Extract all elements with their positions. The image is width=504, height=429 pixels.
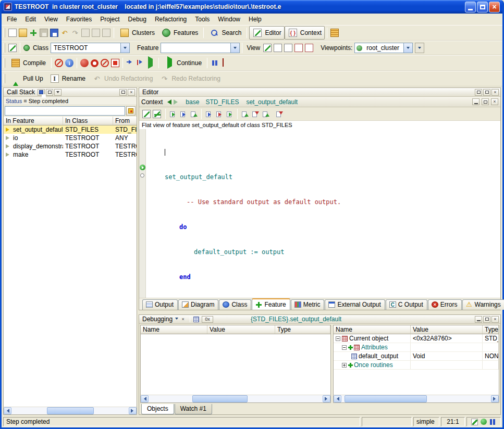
scroll-left-button[interactable] xyxy=(334,395,341,402)
melt-icon[interactable] xyxy=(55,59,63,67)
features-button[interactable]: Features xyxy=(158,26,201,40)
tab-feature[interactable]: Feature xyxy=(252,298,290,310)
search-button[interactable]: Search xyxy=(206,26,244,40)
close-panel-button[interactable]: × xyxy=(491,316,499,323)
context-toggle-button[interactable]: { } Context xyxy=(285,26,325,40)
minimize-panel-button[interactable] xyxy=(475,316,482,323)
hex-format-button[interactable]: 0x xyxy=(202,316,213,323)
add-icon[interactable] xyxy=(29,29,38,37)
flat-contract-view-icon[interactable] xyxy=(190,110,198,118)
callers-icon[interactable] xyxy=(205,110,213,118)
menu-tools[interactable]: Tools xyxy=(191,14,214,24)
flat-contract-view-icon[interactable] xyxy=(305,44,313,52)
editor-toggle-button[interactable]: Editor xyxy=(249,26,284,40)
continue-button[interactable]: Continue xyxy=(161,56,205,70)
restore-panel-button[interactable] xyxy=(475,89,482,96)
contract-view-icon[interactable] xyxy=(179,110,188,118)
close-debug-button[interactable]: × xyxy=(179,316,187,323)
column-name[interactable]: Name xyxy=(141,325,207,334)
exception-object-button[interactable] xyxy=(126,106,136,116)
scroll-track[interactable] xyxy=(341,395,491,402)
tab-objects[interactable]: Objects xyxy=(141,404,174,414)
column-value[interactable]: Value xyxy=(207,325,275,334)
watch-hscrollbar[interactable] xyxy=(141,395,330,402)
swap-display-button[interactable] xyxy=(193,316,201,323)
column-in-feature[interactable]: In Feature xyxy=(4,117,63,125)
stack-row[interactable]: set_output_default STD_FILES STD_FILES xyxy=(4,125,137,134)
menu-edit[interactable]: Edit xyxy=(21,14,40,24)
scroll-track[interactable] xyxy=(11,407,129,414)
feature-combo[interactable] xyxy=(161,43,240,53)
callees-icon[interactable] xyxy=(215,110,224,118)
dock-panel-button[interactable] xyxy=(54,89,62,96)
metrics-tool-icon[interactable] xyxy=(330,29,339,37)
float-panel-button[interactable] xyxy=(46,89,53,96)
scroll-right-button[interactable] xyxy=(491,395,499,402)
feature-combo-arrow[interactable] xyxy=(230,43,239,53)
object-row[interactable]: Once routines xyxy=(334,361,499,370)
project-info-icon[interactable]: i xyxy=(65,59,73,67)
minimize-button[interactable] xyxy=(465,2,476,12)
breakpoint-tool-icon[interactable] xyxy=(111,59,119,67)
tab-metric[interactable]: Metric xyxy=(291,299,325,310)
column-type[interactable]: Type xyxy=(483,325,499,334)
horizontal-splitter[interactable] xyxy=(139,310,501,314)
paste-icon[interactable] xyxy=(102,29,110,37)
edit-feature-icon[interactable] xyxy=(142,110,151,118)
maximize-button[interactable] xyxy=(477,2,488,12)
homonyms-icon[interactable] xyxy=(275,110,284,118)
maximize-panel-button[interactable] xyxy=(483,89,490,96)
stop-icon[interactable] xyxy=(221,59,229,67)
redo-icon[interactable]: ↷ xyxy=(71,29,79,37)
ancestor-versions-icon[interactable] xyxy=(241,110,249,118)
class-combo-arrow[interactable] xyxy=(120,43,129,53)
save-stack-button[interactable] xyxy=(38,89,45,96)
maximize-panel-button[interactable] xyxy=(119,89,127,96)
stack-row[interactable]: io TESTROOT ANY xyxy=(4,134,137,142)
watch-table-body[interactable] xyxy=(141,334,330,395)
column-type[interactable]: Type xyxy=(275,325,330,334)
close-button[interactable]: × xyxy=(489,2,500,12)
step-over-icon[interactable] xyxy=(126,59,134,67)
viewpoints-combo[interactable]: root_cluster xyxy=(354,43,413,53)
save-all-icon[interactable] xyxy=(50,29,58,37)
expand-icon[interactable] xyxy=(342,363,347,368)
open-file-icon[interactable] xyxy=(19,29,27,37)
call-stack-hscrollbar[interactable] xyxy=(4,407,137,414)
scroll-left-button[interactable] xyxy=(4,407,11,414)
flat-view-icon[interactable] xyxy=(274,44,282,52)
menu-view[interactable]: View xyxy=(40,14,62,24)
execution-point-icon[interactable] xyxy=(140,165,145,170)
edit-status-icon[interactable] xyxy=(471,419,478,425)
scroll-thumb[interactable] xyxy=(47,407,94,414)
scroll-thumb[interactable] xyxy=(345,395,427,402)
toolbar-grip[interactable] xyxy=(4,74,5,83)
breakpoint-gutter[interactable] xyxy=(139,129,146,298)
remove-breakpoints-icon[interactable] xyxy=(101,59,109,67)
scroll-right-button[interactable] xyxy=(323,395,330,402)
tab-diagram[interactable]: Diagram xyxy=(178,299,218,310)
toolbar-grip[interactable] xyxy=(4,43,5,53)
menu-debug[interactable]: Debug xyxy=(124,14,151,24)
tab-warnings[interactable]: ⚠Warnings xyxy=(462,299,504,310)
pause-icon[interactable] xyxy=(211,59,219,67)
viewpoint-extra-combo[interactable] xyxy=(415,43,424,53)
clusters-button[interactable]: Clusters xyxy=(116,26,158,40)
edit-in-new-window-icon[interactable] xyxy=(153,110,161,118)
save-icon[interactable] xyxy=(40,29,48,37)
chevron-down-icon[interactable] xyxy=(175,318,178,321)
menu-favorites[interactable]: Favorites xyxy=(62,14,96,24)
stack-row[interactable]: make TESTROOT TESTROOT xyxy=(4,150,137,159)
tab-output[interactable]: Output xyxy=(142,299,178,310)
copy-icon[interactable] xyxy=(92,29,100,37)
history-back-icon[interactable] xyxy=(165,99,171,105)
toolbar-grip[interactable] xyxy=(4,58,5,68)
debugging-title[interactable]: Debugging xyxy=(141,316,174,323)
column-value[interactable]: Value xyxy=(411,325,483,334)
object-row[interactable]: Current object <0x32A8760> STD_FILES xyxy=(334,334,499,343)
stack-filter-input[interactable] xyxy=(5,106,125,116)
viewpoints-combo-arrow[interactable] xyxy=(403,43,412,53)
scroll-left-button[interactable] xyxy=(141,395,149,402)
step-out-icon[interactable] xyxy=(147,59,155,67)
menu-file[interactable]: File xyxy=(3,14,21,24)
